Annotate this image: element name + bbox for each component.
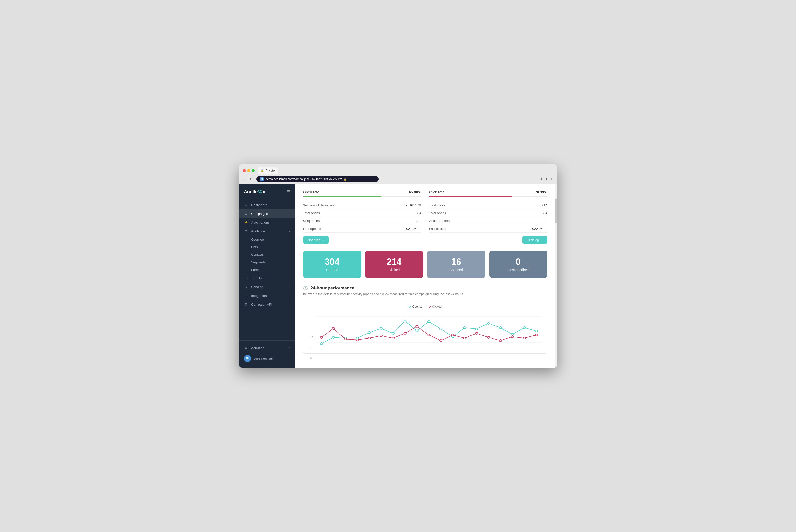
opened-dot	[416, 330, 418, 332]
scrollbar-thumb[interactable]	[555, 199, 557, 223]
opened-dot	[404, 320, 406, 322]
click-rate-label: Click rate	[429, 190, 444, 194]
scrollbar-track[interactable]	[555, 184, 557, 367]
sidebar-item-templates[interactable]: ⊡ Templates	[239, 273, 295, 282]
sidebar-item-activities[interactable]: ↻ Activities ↗	[239, 344, 295, 353]
clicked-dot	[440, 340, 442, 342]
new-tab-icon[interactable]: ＋	[550, 177, 553, 181]
sidebar-item-campaigns[interactable]: ✉ Campaigns	[239, 209, 295, 218]
sidebar-item-forms[interactable]: Forms	[239, 266, 295, 273]
opened-label: Opened	[308, 268, 356, 272]
sidebar-item-integration[interactable]: ⊞ Integration ›	[239, 291, 295, 300]
open-rate-value: 65.80%	[409, 190, 421, 194]
opened-dot	[428, 321, 430, 323]
stat-row-label: Total clicks	[429, 203, 445, 207]
back-button[interactable]: ‹	[243, 177, 246, 182]
unsubscribed-count: 0	[494, 256, 543, 267]
legend-opened-label: Opened	[412, 305, 423, 308]
refresh-button[interactable]: ↺	[247, 177, 252, 182]
campaigns-icon: ✉	[244, 212, 248, 215]
sidebar-item-lists[interactable]: Lists	[239, 243, 295, 251]
app-body: AcelleMail ☰ ⌂ Dashboard ✉ Campaigns ⚡ A…	[239, 184, 557, 367]
sidebar-subitem-label: Forms	[251, 268, 260, 272]
stat-row-uniq-opens: Uniq opens 304	[303, 217, 421, 225]
sidebar-item-label: Dashboard	[251, 203, 267, 207]
download-icon[interactable]: ⬇	[540, 177, 543, 181]
click-log-button[interactable]: Click log →	[522, 236, 547, 244]
y-label-9: 9	[310, 357, 313, 360]
click-rate-block: Click rate 70.39% Total clicks 214 Total…	[429, 190, 547, 244]
open-log-button[interactable]: Open log →	[303, 236, 329, 244]
clicked-dot	[368, 337, 370, 339]
stat-row-value: 214	[542, 203, 547, 207]
minimize-button[interactable]	[247, 169, 250, 172]
home-icon: ⌂	[244, 203, 248, 207]
stat-row-label: Successful deliveries	[303, 203, 334, 207]
stat-row-label: Uniq opens	[303, 219, 320, 223]
sidebar-subitem-label: Segments	[251, 260, 266, 264]
external-link-icon: ↗	[288, 346, 290, 350]
performance-subtitle: Below are the details of subscriber acti…	[303, 292, 547, 296]
sidebar-toggle-icon[interactable]: ☰	[287, 189, 290, 194]
share-icon[interactable]: ⬆	[545, 177, 548, 181]
sidebar-item-audience[interactable]: ◫ Audience ▾	[239, 227, 295, 236]
sidebar-subitem-label: Contacts	[251, 253, 264, 256]
site-favicon: M	[260, 177, 264, 181]
sidebar-navigation: ⌂ Dashboard ✉ Campaigns ⚡ Automations ◫ …	[239, 198, 295, 340]
clock-icon: 🕐	[303, 286, 308, 290]
browser-tab[interactable]: 🔒 Private	[258, 167, 278, 174]
clicked-dot	[416, 325, 418, 327]
activities-icon: ↻	[244, 346, 248, 350]
sidebar-item-sending[interactable]: ▷ Sending ›	[239, 282, 295, 291]
close-button[interactable]	[243, 169, 246, 172]
y-axis-labels: 18 15 12 9	[310, 325, 313, 360]
sidebar-item-dashboard[interactable]: ⌂ Dashboard	[239, 201, 295, 209]
stat-row-deliveries: Successful deliveries 462 92.40%	[303, 202, 421, 209]
sidebar-activities-label: Activities	[251, 346, 264, 350]
click-rate-value: 70.39%	[535, 190, 547, 194]
clicked-dot	[320, 337, 323, 338]
chevron-right-icon: ›	[289, 294, 290, 297]
open-rate-progress-fill	[303, 196, 381, 197]
maximize-button[interactable]	[252, 169, 254, 172]
chevron-right-icon: ›	[289, 285, 290, 288]
stat-row-label: Last opened	[303, 227, 321, 230]
sidebar-user[interactable]: JK Jolie Kennedy ›	[239, 353, 295, 365]
clicked-dot	[380, 335, 382, 337]
opened-card: 304 Opened	[303, 251, 361, 278]
address-bar[interactable]: M demo.acellemail.com/campaigns/59674ae2…	[256, 176, 379, 182]
browser-actions: ⬇ ⬆ ＋	[540, 177, 553, 181]
legend-opened-dot	[409, 306, 411, 308]
unsubscribed-label: Unsubscribed	[494, 268, 543, 272]
logo: AcelleMail	[244, 189, 267, 194]
legend-clicked: Clicked	[429, 305, 441, 308]
sidebar-item-campaign-api[interactable]: ⚙ Campaign API	[239, 300, 295, 309]
automations-icon: ⚡	[244, 221, 248, 224]
sidebar-item-label: Audience	[251, 230, 265, 233]
performance-chart-svg	[316, 312, 542, 351]
y-label-12: 12	[310, 346, 313, 349]
opened-dot	[380, 327, 382, 329]
sidebar-item-automations[interactable]: ⚡ Automations	[239, 218, 295, 227]
avatar: JK	[244, 355, 251, 362]
stat-row-last-opened: Last opened 2022-06-08	[303, 225, 421, 233]
stat-row-value: 2022-06-08	[404, 227, 421, 230]
sidebar-item-contacts[interactable]: Contacts	[239, 251, 295, 259]
stat-row-value: 2022-06-08	[530, 227, 547, 230]
opened-dot	[332, 337, 335, 338]
stat-row-click-total-opens: Total opens 304	[429, 209, 547, 217]
click-rate-progress-fill	[429, 196, 512, 197]
sidebar-item-overview[interactable]: Overview	[239, 236, 295, 243]
open-rate-label: Open rate	[303, 190, 319, 194]
clicked-dot	[523, 337, 526, 339]
address-text: demo.acellemail.com/campaigns/59674ae211…	[266, 177, 342, 181]
stat-row-label: Total opens	[429, 211, 446, 215]
sidebar-bottom: ↻ Activities ↗ JK Jolie Kennedy ›	[239, 340, 295, 367]
sidebar-item-segments[interactable]: Segments	[239, 259, 295, 266]
stat-row-label: Last clicked	[429, 227, 447, 230]
traffic-lights	[243, 169, 254, 172]
sidebar-item-label: Automations	[251, 221, 269, 224]
open-rate-progress-bar	[303, 196, 421, 197]
stat-row-value: 304	[416, 211, 421, 215]
clicked-dot	[428, 334, 430, 336]
